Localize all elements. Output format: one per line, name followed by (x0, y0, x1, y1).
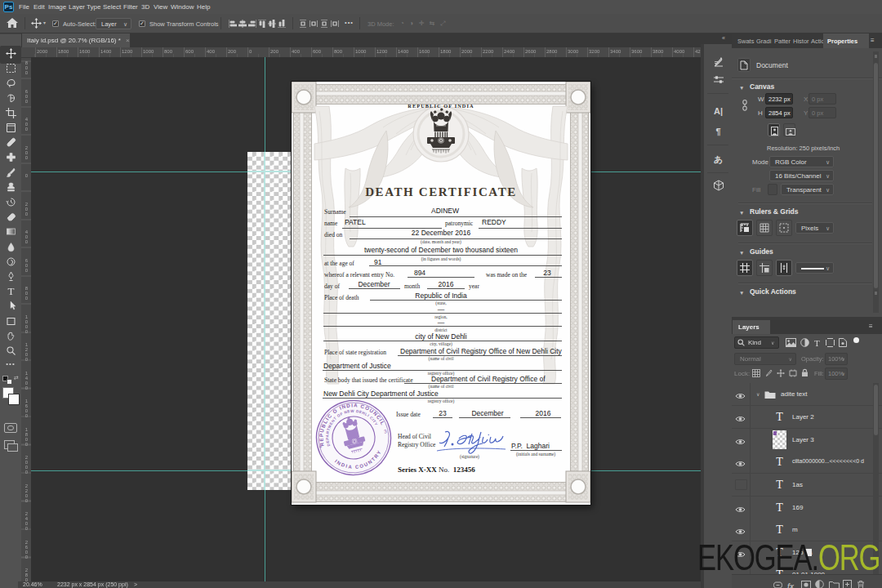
svg-text:T: T (7, 286, 14, 296)
